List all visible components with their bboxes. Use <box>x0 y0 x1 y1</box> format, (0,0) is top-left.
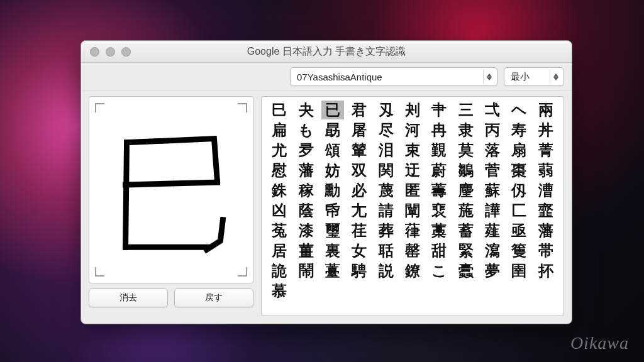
candidate-char[interactable]: 帯 <box>535 241 557 260</box>
candidate-char[interactable]: 寿 <box>508 121 530 140</box>
candidate-char[interactable]: 匚 <box>508 201 530 220</box>
candidate-char[interactable]: 麈 <box>455 181 477 200</box>
candidate-char[interactable]: 緊 <box>455 241 477 260</box>
candidate-char[interactable]: 匿 <box>401 181 424 200</box>
candidate-char[interactable]: 慕 <box>268 282 291 300</box>
clear-button[interactable]: 消去 <box>89 288 168 307</box>
candidate-char[interactable]: 荏 <box>348 221 370 240</box>
candidate-char[interactable]: 鐐 <box>401 261 424 280</box>
font-select-stepper[interactable] <box>483 70 495 84</box>
candidate-char[interactable]: 丙 <box>481 121 504 140</box>
candidate-char[interactable]: 棗 <box>508 161 530 180</box>
candidate-char[interactable]: 鶵 <box>455 161 477 180</box>
candidate-char[interactable]: 薤 <box>481 221 504 240</box>
handwriting-canvas[interactable] <box>89 96 253 283</box>
candidate-char[interactable]: 凶 <box>268 201 291 220</box>
candidate-char[interactable]: 尽 <box>374 121 397 140</box>
candidate-char[interactable]: 蔭 <box>294 201 317 220</box>
candidate-char[interactable]: 瀉 <box>481 241 504 260</box>
candidate-char[interactable]: 裵 <box>428 201 450 220</box>
candidate-char[interactable]: 尤 <box>268 141 291 160</box>
candidate-char[interactable]: 薑 <box>294 241 317 260</box>
candidate-char[interactable]: 双 <box>348 161 370 180</box>
size-select-stepper[interactable] <box>550 70 562 84</box>
candidate-char[interactable]: 関 <box>374 161 397 180</box>
candidate-char[interactable]: 稼 <box>294 181 317 200</box>
candidate-char[interactable]: こ <box>428 261 450 280</box>
candidate-char[interactable]: 夛 <box>294 141 317 160</box>
font-select[interactable]: 07YasashisaAntique <box>290 67 497 86</box>
candidate-char[interactable]: 藩 <box>294 161 317 180</box>
candidate-char[interactable]: 闡 <box>401 201 424 220</box>
candidate-char[interactable]: 慰 <box>268 161 291 180</box>
candidate-char[interactable]: 漕 <box>535 181 557 200</box>
candidate-char[interactable]: 隶 <box>455 121 477 140</box>
candidate-char[interactable]: 蓄 <box>455 221 477 240</box>
candidate-char[interactable]: 巳 <box>268 101 291 119</box>
candidate-char[interactable]: 肀 <box>428 101 450 119</box>
zoom-icon[interactable] <box>121 47 131 57</box>
candidate-char[interactable]: 輦 <box>348 141 370 160</box>
candidate-char[interactable]: 圉 <box>508 261 530 280</box>
candidate-char[interactable]: 覲 <box>428 141 450 160</box>
candidate-char[interactable]: 屠 <box>348 121 370 140</box>
candidate-char[interactable]: 必 <box>348 181 370 200</box>
candidate-char[interactable]: 刄 <box>374 101 397 119</box>
candidate-char[interactable]: 蒻 <box>535 161 557 180</box>
candidate-char[interactable]: 菅 <box>481 161 504 180</box>
candidate-char[interactable]: も <box>294 121 317 140</box>
candidate-char[interactable]: 蔚 <box>428 161 450 180</box>
minimize-icon[interactable] <box>106 47 115 57</box>
candidate-char[interactable]: 篗 <box>508 241 530 260</box>
candidate-char[interactable]: 葹 <box>455 201 477 220</box>
candidate-char[interactable]: 河 <box>401 121 424 140</box>
candidate-char[interactable]: 藩 <box>535 221 557 240</box>
candidate-char[interactable]: 薹 <box>321 261 344 280</box>
candidate-char[interactable]: 罄 <box>401 241 424 260</box>
candidate-char[interactable]: 説 <box>374 261 397 280</box>
candidate-char[interactable]: 抔 <box>535 261 557 280</box>
candidate-char[interactable]: 冉 <box>428 121 450 140</box>
candidate-char[interactable]: 鬧 <box>294 261 317 280</box>
candidate-char[interactable]: 頌 <box>321 141 344 160</box>
candidate-char[interactable]: 迂 <box>401 161 424 180</box>
candidate-char[interactable]: 兩 <box>535 101 557 119</box>
candidate-char[interactable]: 詭 <box>268 261 291 280</box>
candidate-char[interactable]: 居 <box>268 241 291 260</box>
candidate-char[interactable]: 裏 <box>321 241 344 260</box>
candidate-char[interactable]: 薵 <box>428 181 450 200</box>
candidate-char[interactable]: 已 <box>321 101 344 119</box>
candidate-char[interactable]: 尢 <box>348 201 370 220</box>
candidate-char[interactable]: 帋 <box>321 201 344 220</box>
undo-button[interactable]: 戻す <box>174 288 253 307</box>
candidate-char[interactable]: 扇 <box>508 141 530 160</box>
candidate-char[interactable]: 丼 <box>535 121 557 140</box>
candidate-char[interactable]: ヘ <box>508 101 530 119</box>
candidate-char[interactable]: 刔 <box>401 101 424 119</box>
candidate-char[interactable]: 泪 <box>374 141 397 160</box>
candidate-char[interactable]: 亟 <box>508 221 530 240</box>
candidate-char[interactable]: 君 <box>348 101 370 119</box>
size-select[interactable]: 最小 <box>504 67 564 86</box>
close-icon[interactable] <box>90 47 99 57</box>
candidate-char[interactable]: 聒 <box>374 241 397 260</box>
candidate-char[interactable]: 請 <box>374 201 397 220</box>
candidate-char[interactable]: 銖 <box>268 181 291 200</box>
candidate-char[interactable]: 束 <box>401 141 424 160</box>
candidate-char[interactable]: 菁 <box>535 141 557 160</box>
window-titlebar[interactable]: Google 日本語入力 手書き文字認識 <box>81 41 572 63</box>
candidate-char[interactable]: 菟 <box>268 221 291 240</box>
candidate-char[interactable]: 勗 <box>321 121 344 140</box>
candidate-char[interactable]: 弌 <box>481 101 504 119</box>
candidate-char[interactable]: 三 <box>455 101 477 119</box>
candidate-char[interactable]: 甜 <box>428 241 450 260</box>
candidate-char[interactable]: 騁 <box>348 261 370 280</box>
candidate-char[interactable]: 璽 <box>321 221 344 240</box>
candidate-char[interactable]: 勳 <box>321 181 344 200</box>
candidate-char[interactable]: 蔑 <box>374 181 397 200</box>
candidate-char[interactable]: 夬 <box>294 101 317 119</box>
candidate-char[interactable]: 藁 <box>428 221 450 240</box>
candidate-char[interactable]: 蠹 <box>455 261 477 280</box>
candidate-char[interactable]: 女 <box>348 241 370 260</box>
candidate-char[interactable]: 葎 <box>401 221 424 240</box>
